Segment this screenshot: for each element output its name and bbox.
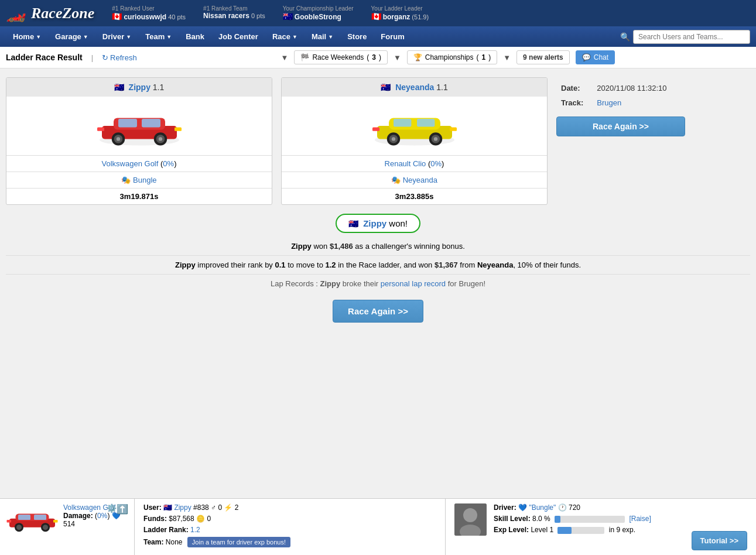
svg-rect-25 [372, 127, 379, 131]
svg-point-23 [433, 137, 437, 141]
winner-badge: 🇦🇺 Zippy won! [6, 214, 750, 233]
svg-point-10 [158, 137, 162, 141]
lap-record-track: Brugen [459, 279, 484, 288]
refresh-button[interactable]: ↻ Refresh [102, 53, 137, 62]
ladder-leader-name[interactable]: borganz [383, 13, 411, 21]
ranked-team-name[interactable]: Nissan racers [203, 12, 249, 20]
date-label: Date: [557, 81, 592, 95]
nav-race[interactable]: Race▼ [265, 26, 305, 47]
svg-rect-17 [417, 119, 435, 127]
right-driver-name[interactable]: Neyeanda [395, 83, 434, 92]
right-car-image [368, 102, 461, 149]
race-weekends-button[interactable]: 🏁 Race Weekends (3) [294, 50, 388, 64]
race-again-right-button[interactable]: Race Again >> [556, 117, 685, 136]
ladder-flag: 🇨🇦 [371, 12, 381, 21]
svg-rect-12 [97, 127, 104, 131]
right-driver-account[interactable]: Neyeanda [403, 176, 437, 184]
rank-driver: Zippy [175, 261, 196, 269]
left-car-image [93, 102, 186, 149]
race-again-center-button[interactable]: Race Again >> [333, 300, 423, 323]
right-car-name[interactable]: Renault Clio [385, 159, 426, 168]
nav-forum[interactable]: Forum [374, 26, 411, 47]
svg-rect-11 [175, 127, 182, 131]
page-title: Ladder Race Result [6, 53, 83, 62]
rank-money: $1,367 [435, 261, 458, 269]
result-info-table: Date: 2020/11/08 11:32:10 Track: Brugen [556, 80, 685, 111]
trophy-icon: 🏆 [413, 53, 422, 61]
nav-home[interactable]: Home▼ [6, 26, 48, 47]
left-driver-rank: 1.1 [153, 83, 164, 92]
nav-store[interactable]: Store [340, 26, 374, 47]
right-driver-small-flag: 🎭 [391, 176, 401, 184]
left-driver-small-flag: 🎭 [121, 176, 131, 184]
search-icon: 🔍 [620, 32, 630, 42]
left-driver-name[interactable]: Zippy [129, 83, 150, 92]
right-car-info: Renault Clio (0%) [282, 155, 547, 172]
alerts-button[interactable]: 9 new alerts [516, 50, 570, 64]
search-area: 🔍 [620, 30, 750, 44]
championship-flag: 🇦🇺 [283, 12, 293, 21]
race-weekends-icon: 🏁 [300, 53, 309, 61]
main-content: 🇦🇺 Zippy 1.1 [0, 68, 756, 343]
chevron-down-icon: ▼ [281, 53, 289, 62]
winner-name[interactable]: Zippy [363, 218, 386, 228]
championship-leader-name[interactable]: GoobleStrong [295, 13, 341, 21]
right-race-time: 3m23.885s [395, 192, 434, 201]
left-time-row: 3m19.871s [6, 188, 272, 204]
rank-from: Neyeanda [477, 261, 513, 269]
svg-rect-24 [450, 127, 457, 131]
nav-driver[interactable]: Driver▼ [95, 26, 139, 47]
navbar: Home▼ Garage▼ Driver▼ Team▼ Bank Job Cen… [0, 26, 756, 47]
right-time-row: 3m23.885s [282, 188, 547, 204]
rank-pct: 10% [518, 261, 533, 269]
svg-point-7 [116, 137, 119, 141]
right-car-area [282, 97, 547, 155]
chevron-down-icon-2: ▼ [394, 53, 401, 62]
left-driver-panel: 🇦🇺 Zippy 1.1 [6, 77, 272, 205]
personal-lap-record-link[interactable]: personal lap record [381, 279, 446, 288]
header-stats: #1 Ranked User 🇨🇦 curiouswwjd 40 pts #1 … [106, 5, 750, 21]
right-damage: 0% [430, 159, 442, 168]
ranked-user-name[interactable]: curiouswwjd [124, 13, 166, 21]
chat-icon: 💬 [582, 53, 591, 61]
rank-improvement-text: Zippy improved their rank by 0.1 to move… [6, 255, 750, 275]
left-driver-header: 🇦🇺 Zippy 1.1 [6, 78, 272, 97]
left-driver-flag: 🇦🇺 [114, 83, 124, 92]
track-row: Track: Brugen [557, 96, 684, 109]
nav-garage[interactable]: Garage▼ [48, 26, 95, 47]
right-driver-rank: 1.1 [436, 83, 447, 92]
rank-new: 1.2 [325, 261, 336, 269]
nav-job-center[interactable]: Job Center [211, 26, 265, 47]
championships-button[interactable]: 🏆 Championships (1) [407, 50, 497, 64]
logo-car-icon: 🏎️ [6, 4, 26, 23]
chat-button[interactable]: 💬 Chat [576, 50, 615, 64]
track-name[interactable]: Brugen [597, 98, 621, 107]
left-damage: 0% [163, 159, 174, 168]
svg-rect-4 [142, 119, 160, 127]
bonus-driver: Zippy [291, 242, 312, 251]
ranked-team-stat: #1 Ranked Team Nissan racers 0 pts [203, 5, 265, 21]
refresh-icon: ↻ [102, 53, 108, 62]
nav-mail[interactable]: Mail▼ [305, 26, 340, 47]
rank-improvement: 0.1 [275, 261, 285, 269]
search-input[interactable] [633, 30, 750, 44]
left-driver-account[interactable]: Bungle [133, 176, 156, 184]
left-driver-card: 🇦🇺 Zippy 1.1 [6, 77, 272, 205]
ladder-leader-stat: Your Ladder Leader 🇨🇦 borganz (51.9) [371, 5, 429, 21]
left-car-info: Volkswagen Golf (0%) [6, 155, 272, 172]
lap-record-text: Lap Records : Zippy broke their personal… [6, 279, 750, 288]
right-driver-header: 🇦🇺 Neyeanda 1.1 [282, 78, 547, 97]
race-result-area: 🇦🇺 Zippy 1.1 [6, 77, 750, 205]
bonus-post: as a challenger's winning bonus. [355, 242, 465, 251]
left-car-name[interactable]: Volkswagen Golf [102, 159, 159, 168]
nav-team[interactable]: Team▼ [138, 26, 179, 47]
date-row: Date: 2020/11/08 11:32:10 [557, 81, 684, 95]
winner-badge-inner: 🇦🇺 Zippy won! [336, 214, 420, 233]
subheader: Ladder Race Result | ↻ Refresh ▼ 🏁 Race … [0, 47, 756, 68]
chevron-down-icon-3: ▼ [503, 53, 511, 62]
nav-bank[interactable]: Bank [179, 26, 211, 47]
lap-record-driver: Zippy [320, 279, 340, 288]
svg-point-20 [391, 137, 395, 141]
logo-text: RaceZone [31, 5, 94, 22]
right-driver-flag: 🇦🇺 [381, 83, 391, 92]
